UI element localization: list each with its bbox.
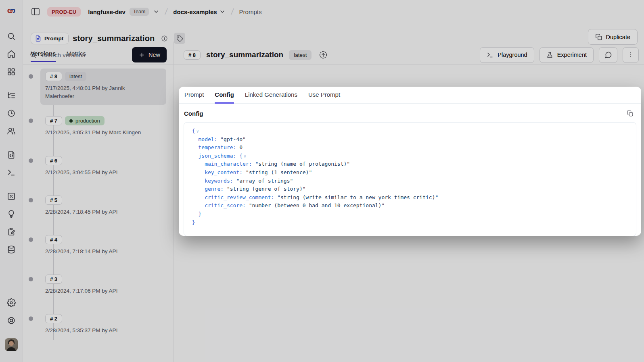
detail-tabs: PromptConfigLinked GenerationsUse Prompt xyxy=(179,87,641,104)
detail-tab[interactable]: Config xyxy=(215,87,234,104)
json-line: genre: "string (genre of story)" xyxy=(189,185,631,193)
json-line: temperature: 0 xyxy=(189,144,631,152)
json-line: } xyxy=(189,210,631,218)
config-json-viewer[interactable]: {∨ model: "gpt-4o" temperature: 0 json_s… xyxy=(184,122,636,236)
json-brace: { xyxy=(239,153,243,159)
json-key: temperature: xyxy=(198,144,236,150)
json-line: main_character: "string (name of protago… xyxy=(189,160,631,169)
json-line: critic_review_comment: "string (write si… xyxy=(189,193,631,202)
json-line: {∨ xyxy=(189,127,631,135)
detail-tab[interactable]: Linked Generations xyxy=(245,87,297,104)
detail-tab[interactable]: Prompt xyxy=(184,87,204,104)
json-value: "string (genre of story)" xyxy=(227,186,306,192)
json-key: json_schema: xyxy=(198,153,236,159)
json-line: model: "gpt-4o" xyxy=(189,135,631,144)
json-brace: } xyxy=(192,219,195,225)
json-value: 0 xyxy=(239,144,243,150)
json-key: genre: xyxy=(205,186,224,192)
json-line: critic_score: "number (between 0 bad and… xyxy=(189,202,631,210)
config-section-title: Config xyxy=(184,110,203,117)
json-key: model: xyxy=(198,136,217,142)
json-line: json_schema: {∨ xyxy=(189,152,631,160)
json-line: } xyxy=(189,218,631,227)
copy-config-button[interactable] xyxy=(624,108,636,119)
json-key: keywords: xyxy=(205,178,233,184)
copy-icon xyxy=(627,110,634,117)
json-line: key_content: "string (1 sentence)" xyxy=(189,169,631,177)
json-line: keywords: "array of strings" xyxy=(189,177,631,185)
json-key: key_content: xyxy=(205,169,243,175)
json-value: "string (name of protagonist)" xyxy=(255,161,350,167)
json-key: critic_review_comment: xyxy=(205,194,274,200)
json-value: "number (between 0 bad and 10 exceptiona… xyxy=(249,202,385,208)
collapse-chevron-icon[interactable]: ∨ xyxy=(243,154,246,158)
json-value: "string (1 sentence)" xyxy=(246,169,312,175)
collapse-chevron-icon[interactable]: ∨ xyxy=(195,129,199,133)
version-detail-card: PromptConfigLinked GenerationsUse Prompt… xyxy=(179,87,641,236)
json-value: "gpt-4o" xyxy=(220,136,246,142)
json-key: main_character: xyxy=(205,161,252,167)
json-brace: } xyxy=(198,211,201,217)
json-key: critic_score: xyxy=(205,202,246,208)
json-value: "array of strings" xyxy=(236,178,293,184)
json-value: "string (write similar to a new york tim… xyxy=(277,194,438,200)
json-brace: { xyxy=(192,128,195,134)
detail-tab[interactable]: Use Prompt xyxy=(308,87,340,104)
